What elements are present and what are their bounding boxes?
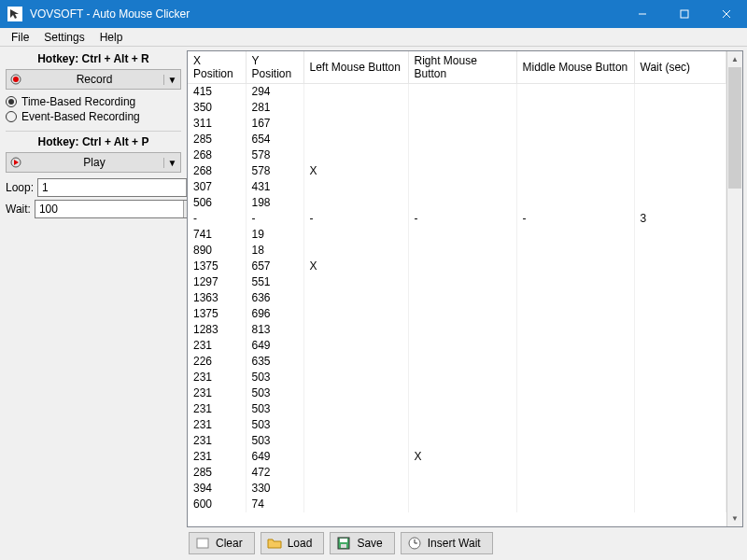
table-row[interactable]: 285472 (188, 465, 726, 481)
event-based-radio[interactable]: Event-Based Recording (6, 110, 181, 123)
loop-row: Loop: ▲▼ Infinite (6, 178, 181, 197)
svg-rect-11 (340, 539, 347, 542)
col-middle[interactable]: Middle Mouse Button (516, 51, 634, 84)
table-row[interactable]: 1283813 (188, 322, 726, 338)
play-hotkey-label: Hotkey: Ctrl + Alt + P (6, 135, 181, 148)
titlebar[interactable]: VOVSOFT - Auto Mouse Clicker (0, 0, 747, 28)
maximize-button[interactable] (663, 0, 705, 28)
svg-rect-2 (681, 10, 688, 18)
svg-rect-12 (341, 544, 346, 548)
table-row[interactable]: 311167 (188, 116, 726, 132)
table-scrollbar[interactable]: ▲ ▼ (726, 51, 742, 526)
load-button[interactable]: Load (261, 532, 325, 554)
window-title: VOVSOFT - Auto Mouse Clicker (30, 7, 621, 21)
clear-button[interactable]: Clear (189, 532, 255, 554)
wait-input[interactable]: ▲▼ (35, 200, 199, 218)
radio-icon (6, 111, 17, 122)
play-button[interactable]: Play ▼ (6, 152, 181, 173)
bottom-toolbar: Clear Load Save Insert Wait (187, 527, 743, 556)
table-row[interactable]: 268578X (188, 163, 726, 179)
loop-label: Loop: (6, 181, 34, 194)
loop-field[interactable] (38, 179, 186, 196)
clear-icon (195, 536, 210, 551)
save-icon (336, 536, 351, 551)
col-y[interactable]: Y Position (246, 51, 303, 84)
divider (6, 131, 181, 132)
table-row[interactable]: 231503 (188, 385, 726, 401)
table-row[interactable]: 231649 (188, 338, 726, 354)
menubar: File Settings Help (0, 28, 747, 47)
table-row[interactable]: 89018 (188, 243, 726, 259)
clock-icon (407, 536, 422, 551)
menu-help[interactable]: Help (92, 29, 131, 46)
record-button[interactable]: Record ▼ (6, 69, 181, 90)
close-button[interactable] (705, 0, 747, 28)
table-row[interactable]: 1363636 (188, 290, 726, 306)
table-row[interactable]: 1375657X (188, 259, 726, 274)
events-table[interactable]: X Position Y Position Left Mouse Button … (187, 50, 743, 527)
col-wait[interactable]: Wait (sec) (634, 51, 726, 84)
insert-wait-button[interactable]: Insert Wait (401, 532, 493, 554)
scroll-down-icon[interactable]: ▼ (727, 511, 742, 526)
scroll-up-icon[interactable]: ▲ (727, 51, 742, 67)
table-row[interactable]: 231503 (188, 433, 726, 449)
table-row[interactable]: 60074 (188, 497, 726, 512)
wait-row: Wait: ▲▼ msec (6, 200, 181, 218)
app-icon (7, 7, 22, 21)
record-hotkey-label: Hotkey: Ctrl + Alt + R (6, 52, 181, 65)
main-area: X Position Y Position Left Mouse Button … (187, 47, 747, 560)
time-based-radio[interactable]: Time-Based Recording (6, 95, 181, 108)
svg-marker-8 (14, 160, 19, 165)
table-row[interactable]: 350281 (188, 100, 726, 116)
col-left[interactable]: Left Mouse Button (303, 51, 408, 84)
record-icon (7, 74, 25, 85)
table-row[interactable]: 285654 (188, 132, 726, 147)
record-dropdown[interactable]: ▼ (163, 75, 180, 85)
table-row[interactable]: 74119 (188, 227, 726, 243)
table-row[interactable]: 506198 (188, 195, 726, 211)
table-row[interactable]: 1375696 (188, 306, 726, 322)
wait-label: Wait: (6, 203, 31, 216)
table-row[interactable]: 231649X (188, 449, 726, 465)
loop-input[interactable]: ▲▼ (37, 178, 202, 197)
play-dropdown[interactable]: ▼ (163, 158, 180, 168)
table-row[interactable]: 307431 (188, 179, 726, 195)
table-row[interactable]: 268578 (188, 147, 726, 163)
save-button[interactable]: Save (330, 532, 394, 554)
col-x[interactable]: X Position (188, 51, 246, 84)
play-button-label: Play (25, 156, 163, 169)
folder-open-icon (267, 536, 282, 551)
svg-marker-0 (10, 9, 19, 19)
table-row[interactable]: 226635 (188, 354, 726, 370)
sidebar: Hotkey: Ctrl + Alt + R Record ▼ Time-Bas… (0, 47, 187, 560)
menu-settings[interactable]: Settings (36, 29, 92, 46)
table-row[interactable]: 231503 (188, 417, 726, 433)
radio-icon (6, 96, 17, 107)
table-row[interactable]: 231503 (188, 370, 726, 385)
record-button-label: Record (25, 73, 163, 86)
menu-file[interactable]: File (4, 29, 36, 46)
table-row[interactable]: 415294 (188, 84, 726, 100)
svg-rect-9 (197, 539, 208, 548)
svg-point-6 (13, 77, 19, 82)
table-row[interactable]: 1297551 (188, 274, 726, 290)
play-icon (7, 157, 25, 168)
col-right[interactable]: Right Mouse Button (408, 51, 516, 84)
table-row[interactable]: 394330 (188, 481, 726, 497)
table-row[interactable]: 231503 (188, 401, 726, 417)
wait-field[interactable] (35, 201, 183, 217)
scroll-thumb[interactable] (728, 67, 741, 189)
table-row[interactable]: -----3 (188, 211, 726, 227)
minimize-button[interactable] (621, 0, 663, 28)
